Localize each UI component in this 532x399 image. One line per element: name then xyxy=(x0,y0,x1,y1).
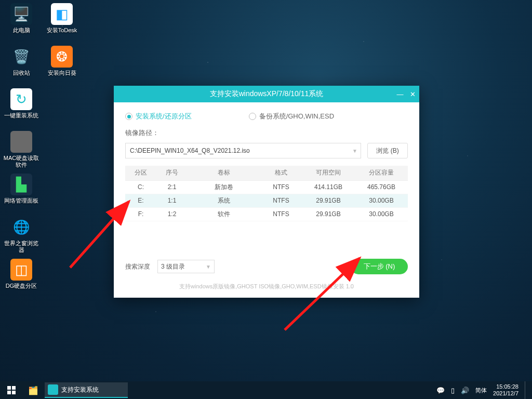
battery-icon[interactable]: ▯ xyxy=(451,387,455,394)
desktop-icon-8[interactable]: ◫DG硬盘分区 xyxy=(2,259,41,289)
desktop-icon-label: 网络管理面板 xyxy=(2,197,41,204)
table-cell: 29.91GB xyxy=(302,207,355,221)
action-center-icon[interactable]: 💬 xyxy=(436,387,445,394)
app-icon: ◧ xyxy=(51,3,73,25)
installer-window: 支持安装windowsXP/7/8/10/11系统 — ✕ 安装系统/还原分区 … xyxy=(114,86,419,298)
clock-time: 15:05:28 xyxy=(493,383,518,390)
table-header[interactable]: 格式 xyxy=(260,166,302,180)
desktop-icon-label: 回收站 xyxy=(2,70,41,76)
desktop-icon-label: 一键重装系统 xyxy=(2,112,41,119)
table-cell: 系统 xyxy=(188,194,260,207)
desktop-icon-6[interactable]: ▙网络管理面板 xyxy=(2,174,41,204)
path-label: 镜像路径： xyxy=(125,128,408,138)
table-cell: 新加卷 xyxy=(188,180,260,194)
desktop-icon-5[interactable]: MAC硬盘读取软件 xyxy=(2,131,41,168)
table-cell: NTFS xyxy=(260,207,302,221)
table-cell: E: xyxy=(125,194,156,207)
table-cell: 1:2 xyxy=(156,207,188,221)
support-text: 支持windows原版镜像,GHOST ISO镜像,GHO,WIM,ESD镜像安… xyxy=(125,283,408,290)
desktop-icon-0[interactable]: 🖥️此电脑 xyxy=(2,3,41,34)
desktop-icon-label: DG硬盘分区 xyxy=(2,283,41,289)
table-cell: NTFS xyxy=(260,194,302,207)
clock-date: 2021/12/7 xyxy=(493,390,518,397)
desktop-icon-7[interactable]: 🌐世界之窗浏览器 xyxy=(2,216,41,254)
table-cell: C: xyxy=(125,180,156,194)
table-cell: 1:1 xyxy=(156,194,188,207)
titlebar: 支持安装windowsXP/7/8/10/11系统 — ✕ xyxy=(114,86,419,102)
table-row[interactable]: F:1:2软件NTFS29.91GB30.00GB xyxy=(125,207,408,221)
app-icon: 🖥️ xyxy=(10,3,32,25)
table-row[interactable]: E:1:1系统NTFS29.91GB30.00GB xyxy=(125,194,408,207)
desktop-icon-label: 此电脑 xyxy=(2,27,41,34)
table-cell: 30.00GB xyxy=(355,194,408,207)
table-cell: 414.11GB xyxy=(302,180,355,194)
app-icon xyxy=(48,384,58,395)
search-depth-value: 3 级目录 xyxy=(161,262,185,271)
desktop-icon-2[interactable]: 🗑️回收站 xyxy=(2,46,41,76)
table-header[interactable]: 可用空间 xyxy=(302,166,355,180)
table-cell: F: xyxy=(125,207,156,221)
radio-backup-label: 备份系统/GHO,WIN,ESD xyxy=(259,112,334,121)
app-icon: ❂ xyxy=(51,46,73,68)
start-button[interactable] xyxy=(0,381,23,399)
table-header[interactable]: 卷标 xyxy=(188,166,260,180)
table-cell: 2:1 xyxy=(156,180,188,194)
app-icon: ▙ xyxy=(10,174,32,195)
svg-rect-4 xyxy=(7,391,11,394)
desktop-icon-label: 安装向日葵 xyxy=(43,70,81,76)
radio-backup[interactable]: 备份系统/GHO,WIN,ESD xyxy=(249,112,334,121)
desktop-icon-label: 安装ToDesk xyxy=(43,27,81,34)
table-cell: 软件 xyxy=(188,207,260,221)
desktop-icon-label: MAC硬盘读取软件 xyxy=(2,155,41,168)
desktop-icon-label: 世界之窗浏览器 xyxy=(2,240,41,254)
volume-icon[interactable]: 🔊 xyxy=(461,387,469,394)
ime-indicator[interactable]: 简体 xyxy=(475,387,487,394)
clock[interactable]: 15:05:28 2021/12/7 xyxy=(493,383,518,397)
table-cell: 30.00GB xyxy=(355,207,408,221)
table-header[interactable]: 分区 xyxy=(125,166,156,180)
radio-dot-icon xyxy=(125,113,132,120)
taskbar: 🗂️ 支持安装系统 💬 ▯ 🔊 简体 15:05:28 2021/12/7 xyxy=(0,381,532,399)
radio-install[interactable]: 安装系统/还原分区 xyxy=(125,112,192,121)
svg-rect-3 xyxy=(12,386,16,390)
table-cell: 29.91GB xyxy=(302,194,355,207)
search-depth-select[interactable]: 3 级目录 ▼ xyxy=(157,260,215,273)
svg-rect-5 xyxy=(12,391,16,394)
window-title: 支持安装windowsXP/7/8/10/11系统 xyxy=(210,89,324,99)
desktop-icon-1[interactable]: ◧安装ToDesk xyxy=(43,3,81,34)
table-row[interactable]: C:2:1新加卷NTFS414.11GB465.76GB xyxy=(125,180,408,194)
taskbar-task-installer[interactable]: 支持安装系统 xyxy=(45,382,128,398)
taskbar-task-label: 支持安装系统 xyxy=(61,385,99,394)
radio-install-label: 安装系统/还原分区 xyxy=(136,112,192,121)
partition-table: 分区序号卷标格式可用空间分区容量 C:2:1新加卷NTFS414.11GB465… xyxy=(125,166,408,221)
image-path-value: C:\DEEPIN_WIN10_X64_Q8_V2021.12.iso xyxy=(130,147,250,154)
radio-dot-icon xyxy=(249,113,256,120)
next-button[interactable]: 下一步 (N) xyxy=(351,259,408,274)
app-icon xyxy=(10,131,32,153)
table-cell: 465.76GB xyxy=(355,180,408,194)
app-icon: ◫ xyxy=(10,259,32,281)
desktop-icon-4[interactable]: ↻一键重装系统 xyxy=(2,88,41,119)
browse-button[interactable]: 浏览 (B) xyxy=(367,143,408,158)
close-button[interactable]: ✕ xyxy=(409,90,416,98)
app-icon: 🌐 xyxy=(10,216,32,238)
chevron-down-icon: ▼ xyxy=(206,264,211,270)
app-icon: 🗑️ xyxy=(10,46,32,68)
svg-rect-2 xyxy=(7,386,11,390)
table-header[interactable]: 分区容量 xyxy=(355,166,408,180)
search-depth-label: 搜索深度 xyxy=(125,262,150,271)
file-explorer-icon[interactable]: 🗂️ xyxy=(23,381,44,399)
app-icon: ↻ xyxy=(10,88,32,110)
chevron-down-icon[interactable]: ▼ xyxy=(352,148,357,154)
show-desktop-button[interactable] xyxy=(525,381,528,399)
minimize-button[interactable]: — xyxy=(396,90,404,98)
image-path-input[interactable]: C:\DEEPIN_WIN10_X64_Q8_V2021.12.iso ▼ xyxy=(125,143,361,158)
table-cell: NTFS xyxy=(260,180,302,194)
desktop-icon-3[interactable]: ❂安装向日葵 xyxy=(43,46,81,76)
table-header[interactable]: 序号 xyxy=(156,166,188,180)
